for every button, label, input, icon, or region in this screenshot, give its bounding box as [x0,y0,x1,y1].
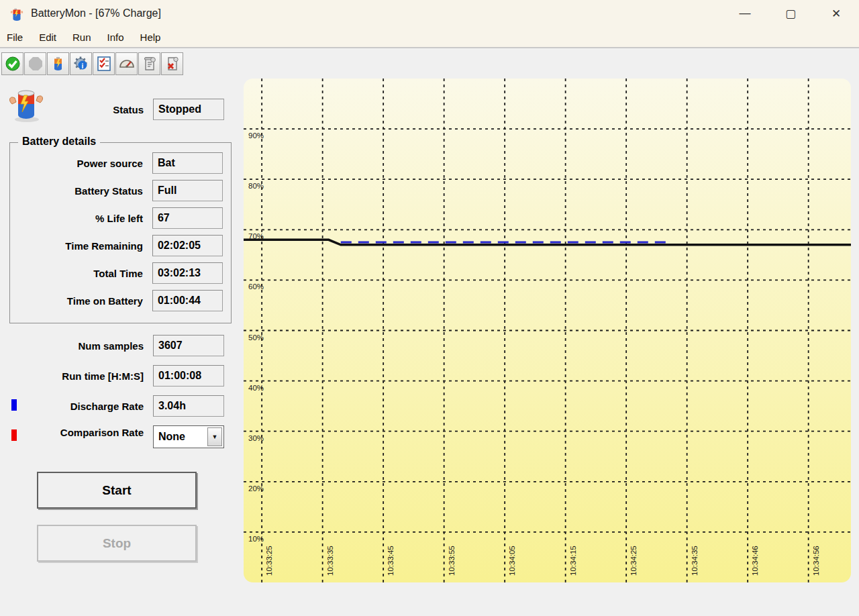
stop-button: Stop [37,525,197,562]
log-toolbar-button[interactable] [93,52,115,75]
discharge-rate-label: Discharge Rate [0,401,144,412]
total-time-label: Total Time [1,268,143,279]
maximize-button[interactable]: ▢ [768,0,813,27]
x-axis-tick-label: 10:33:25 [265,546,273,576]
log-checklist-icon [96,56,112,72]
run-time-h-m-s-value: 01:00:08 [153,365,224,387]
time-remaining-label: Time Remaining [1,240,143,252]
stop-icon [28,56,44,72]
options-toolbar-button[interactable]: i [70,52,92,75]
stats-section: Num samples3607Run time [H:M:S]01:00:08D… [0,335,244,457]
gauge-toolbar-button[interactable] [115,52,138,75]
close-button[interactable]: ✕ [813,0,859,27]
num-samples-value: 3607 [153,335,224,356]
discharge-rate-legend-marker [11,399,17,411]
start-toolbar-button[interactable] [1,52,23,75]
comparison-rate-legend-marker [11,429,17,441]
x-axis-tick-label: 10:33:45 [387,546,395,576]
discharge-rate-value: 3.04h [153,395,224,417]
window-title: BatteryMon - [67% Charge] [31,7,161,19]
battery-info-toolbar-button[interactable] [47,52,69,75]
battery-details-legend: Battery details [18,136,100,148]
menu-help[interactable]: Help [132,29,169,46]
clear-log-toolbar-button[interactable] [161,52,183,75]
minimize-button[interactable]: — [722,0,768,27]
battery-info-icon [50,56,66,72]
power-source-label: Power source [1,158,143,169]
x-axis-tick-label: 10:34:46 [751,546,759,576]
battery-status-label: Battery Status [1,185,143,197]
y-axis-tick-label: 90% [248,132,264,140]
menu-file[interactable]: File [0,29,31,46]
export-log-toolbar-button[interactable] [138,52,160,75]
status-label: Status [0,104,144,115]
time-remaining-value: 02:02:05 [152,235,223,256]
x-axis-tick-label: 10:34:25 [629,546,638,576]
x-axis-tick-label: 10:34:05 [508,546,516,576]
power-source-value: Bat [152,152,223,174]
life-left-value: 67 [152,207,223,229]
total-time-value: 03:02:13 [152,262,223,284]
batterymon-window: BatteryMon - [67% Charge] —▢✕ FileEditRu… [0,0,859,616]
x-axis-tick-label: 10:34:15 [569,546,577,576]
clear-log-icon [164,56,181,72]
comparison-rate-select[interactable]: None▼ [153,425,224,448]
toolbar: i [0,51,859,76]
stop-toolbar-button [24,52,46,75]
window-controls: —▢✕ [722,0,859,27]
options-gear-icon: i [73,56,89,72]
export-log-icon [142,56,158,72]
life-left-label: % Life left [1,213,143,224]
battery-status-value: Full [152,180,223,201]
menu-run[interactable]: Run [64,29,99,46]
time-on-battery-label: Time on Battery [1,295,143,307]
battery-logo-icon [9,6,24,21]
x-axis-tick-label: 10:33:55 [448,546,456,576]
x-axis-tick-label: 10:33:35 [326,546,334,576]
start-icon [5,56,21,72]
status-value: Stopped [153,99,224,120]
title-bar: BatteryMon - [67% Charge] —▢✕ [0,0,859,27]
comparison-rate-value: None [154,431,207,443]
battery-details-group: Battery details Power sourceBatBattery S… [9,142,232,323]
battery-chart: 90%80%70%60%50%40%30%20%10%10:33:2510:33… [244,79,851,582]
run-time-h-m-s-label: Run time [H:M:S] [0,370,144,382]
num-samples-label: Num samples [0,340,144,352]
chevron-down-icon: ▼ [207,427,222,446]
x-axis-tick-label: 10:34:35 [691,546,699,576]
gauge-icon [119,56,135,72]
x-axis-tick-label: 10:34:56 [812,546,820,576]
svg-text:i: i [81,62,83,70]
menu-edit[interactable]: Edit [31,29,64,46]
menu-info[interactable]: Info [99,29,132,46]
series-charge [244,240,851,245]
menu-bar: FileEditRunInfoHelp [0,27,859,48]
time-on-battery-value: 01:00:44 [152,290,223,311]
start-button[interactable]: Start [37,472,197,509]
comparison-rate-label: Comparison Rate [0,427,144,448]
control-panel: Status Stopped Battery details Power sou… [0,76,244,616]
chart-canvas: 90%80%70%60%50%40%30%20%10%10:33:2510:33… [244,79,851,582]
